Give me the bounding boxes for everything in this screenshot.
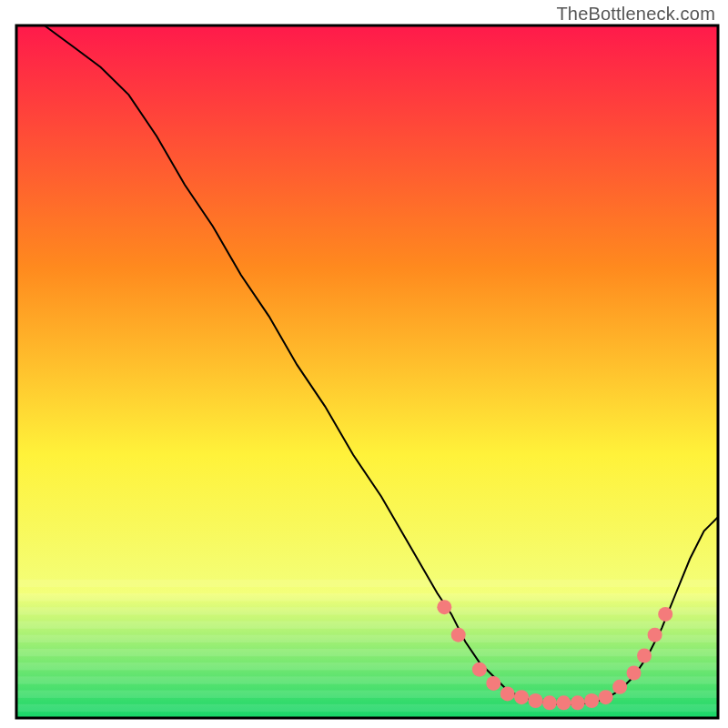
- highlight-dot: [637, 649, 652, 663]
- bottom-band: [16, 676, 718, 683]
- bottom-band: [16, 607, 718, 614]
- bottom-band: [16, 662, 718, 670]
- highlight-dot: [472, 662, 487, 677]
- highlight-dot: [514, 690, 529, 704]
- highlight-dot: [542, 695, 557, 710]
- highlight-dot: [437, 600, 451, 614]
- highlight-dot: [648, 628, 662, 642]
- highlight-dot: [599, 690, 613, 704]
- bottom-band: [16, 704, 718, 712]
- bottom-band: [16, 621, 718, 628]
- highlight-dot: [500, 686, 515, 701]
- highlight-dot: [627, 666, 642, 681]
- bottom-band: [16, 593, 718, 601]
- chart-container: TheBottleneck.com: [0, 0, 728, 728]
- bottleneck-chart: [0, 0, 728, 728]
- highlight-dot: [658, 607, 672, 622]
- highlight-dot: [584, 693, 599, 708]
- highlight-dot: [451, 628, 466, 642]
- bottom-band: [16, 635, 718, 642]
- bottom-band: [16, 580, 718, 587]
- highlight-dot: [571, 695, 585, 710]
- highlight-dot: [612, 680, 627, 694]
- highlight-dot: [529, 693, 543, 708]
- highlight-dot: [486, 676, 500, 691]
- watermark-text: TheBottleneck.com: [556, 4, 715, 25]
- bottom-band: [16, 649, 718, 656]
- highlight-dot: [556, 695, 571, 710]
